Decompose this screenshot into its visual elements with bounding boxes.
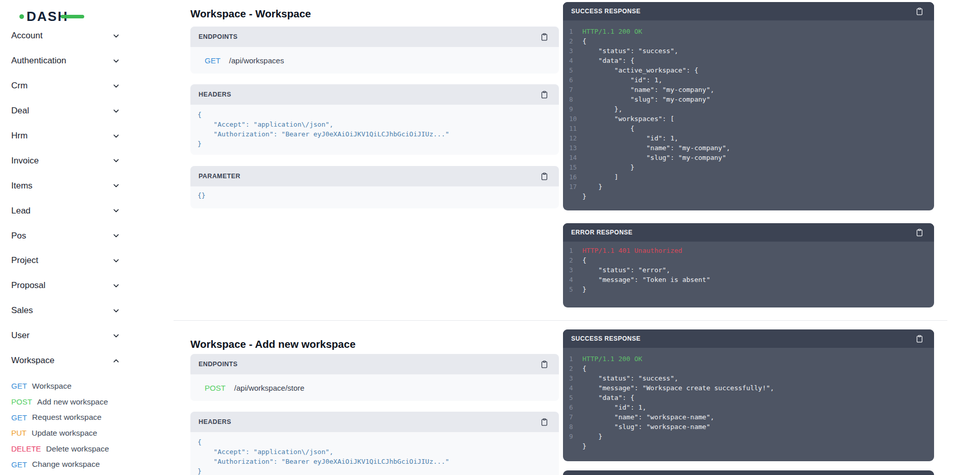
sidebar-item-account[interactable]: Account [11,23,120,49]
line-text: }, [582,104,622,114]
code-line: 17 } [569,182,934,192]
line-text: { [582,124,634,133]
line-text: } [582,441,586,451]
code-line: 5 "data": { [569,393,934,402]
sidebar-subitem-workspace[interactable]: GET Workspace [11,378,153,394]
endpoints-panel: ENDPOINTS POST /api/workspace/store [190,354,559,401]
page: DASH Account Authentication Crm Deal Hrm [0,0,980,475]
panel-header: HEADERS [190,412,559,432]
line-number: 9 [569,104,582,114]
app-logo[interactable]: DASH [19,9,84,23]
code-line: } [198,466,551,475]
line-number: 13 [569,143,582,153]
method-badge: GET [11,460,27,469]
panel-title: ENDPOINTS [199,33,238,40]
endpoints-panel: ENDPOINTS GET /api/workspaces [190,27,559,74]
logo-dot-icon [19,14,24,19]
sidebar-item-label: Invoice [11,156,39,166]
copy-button[interactable] [540,172,549,181]
copy-button[interactable] [540,417,549,427]
line-number: 3 [569,265,582,275]
clipboard-icon [915,7,924,16]
clipboard-icon [540,360,549,369]
sidebar-item-project[interactable]: Project [11,248,120,273]
method-badge: DELETE [11,444,41,453]
line-number: 6 [569,75,582,85]
line-text: "message": "Token is absent" [582,275,710,284]
panel-header: SUCCESS RESPONSE [563,2,934,20]
panel-title: ENDPOINTS [199,361,238,368]
sidebar-item-pos[interactable]: Pos [11,223,120,248]
code-line: 6 "id": 1, [569,75,934,85]
line-text: } [582,192,586,201]
code-line: 7 "name": "my-company", [569,85,934,94]
sidebar-item-items[interactable]: Items [11,173,120,198]
copy-button[interactable] [915,7,924,16]
sidebar-item-label: Pos [11,231,26,241]
endpoint-path: /api/workspace/store [234,384,305,392]
sidebar-item-label: Deal [11,106,29,116]
code-block: 1HTTP/1.1 200 OK 2{ 3 "status": "success… [563,348,934,461]
copy-button[interactable] [540,360,549,369]
line-number: 6 [569,402,582,412]
endpoint-line: GET /api/workspaces [190,47,559,74]
clipboard-icon [540,32,549,42]
line-text: "active_workspace": { [582,65,698,75]
copy-button[interactable] [915,334,924,344]
code-line: 1HTTP/1.1 200 OK [569,27,934,36]
line-text: HTTP/1.1 200 OK [582,27,642,36]
chevron-down-icon [112,306,120,315]
sidebar-item-lead[interactable]: Lead [11,198,120,223]
sidebar-item-sales[interactable]: Sales [11,298,120,323]
line-number: 5 [569,284,582,294]
line-number: 11 [569,124,582,133]
sidebar-item-crm[interactable]: Crm [11,74,120,99]
line-number: 5 [569,65,582,75]
sidebar-subitem-change-workspace[interactable]: GET Change workspace [11,457,153,472]
sidebar-item-invoice[interactable]: Invoice [11,148,120,173]
line-number: 8 [569,422,582,432]
line-text: } [582,432,602,441]
sidebar-item-label: Crm [11,81,28,91]
line-number: 3 [569,46,582,56]
copy-button[interactable] [540,32,549,42]
clipboard-icon [915,334,924,344]
section-divider [174,320,947,321]
code-line: 9 } [569,432,934,441]
sidebar-subitem-add-new-workspace[interactable]: POST Add new workspace [11,394,153,410]
code-line: { [198,110,551,120]
sidebar-item-workspace[interactable]: Workspace [11,348,120,373]
line-number: 17 [569,182,582,192]
sidebar-item-label: Project [11,255,38,266]
sidebar-item-proposal[interactable]: Proposal [11,273,120,298]
line-text: { [582,364,586,373]
panel-header: ENDPOINTS [190,354,559,374]
code-line: "Accept": "application\/json", [198,447,551,457]
chevron-down-icon [112,331,120,340]
line-number: 8 [569,94,582,104]
code-line: 8 "slug": "workspace-name" [569,422,934,432]
sidebar-item-deal[interactable]: Deal [11,99,120,124]
panel-header: ENDPOINTS [190,27,559,47]
copy-button[interactable] [540,90,549,100]
sidebar-item-authentication[interactable]: Authentication [11,49,120,74]
line-text: "id": 1, [582,133,678,143]
code-line: } [569,441,934,451]
sidebar-item-user[interactable]: User [11,323,120,348]
sidebar-subitem-update-workspace[interactable]: PUT Update workspace [11,425,153,441]
code-line: 4 "message": "Workspace create successfu… [569,383,934,393]
code-line: 2{ [569,255,934,265]
copy-button[interactable] [915,228,924,238]
sidebar-subitem-label: Workspace [32,382,71,391]
chevron-down-icon [112,107,120,115]
sidebar-item-hrm[interactable]: Hrm [11,124,120,149]
code-line: 10 "workspaces": [ [569,114,934,124]
line-number: 16 [569,172,582,182]
code-line: } [198,139,551,149]
line-text: "name": "my-company", [582,143,730,153]
code-line: 15 } [569,162,934,172]
sidebar-subitem-delete-workspace[interactable]: DELETE Delete workspace [11,441,153,457]
panel-title: SUCCESS RESPONSE [571,8,641,15]
line-number: 5 [569,393,582,402]
sidebar-subitem-request-workspace[interactable]: GET Request workspace [11,410,153,425]
